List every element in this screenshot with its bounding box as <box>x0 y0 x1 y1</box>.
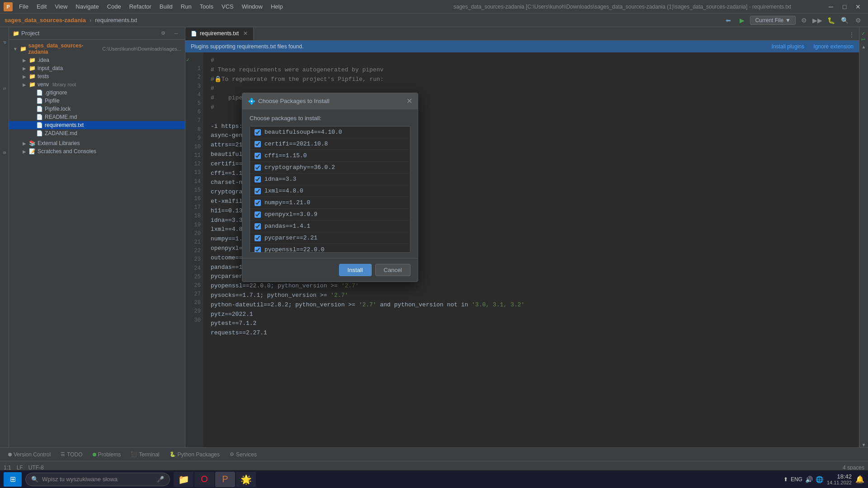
menu-view[interactable]: View <box>51 2 71 11</box>
cancel-button[interactable]: Cancel <box>375 264 410 276</box>
modal-title: Choose Packages to Install <box>258 98 406 104</box>
tree-item-gitignore[interactable]: ▶ 📄 .gitignore <box>9 89 185 97</box>
package-item[interactable]: certifi==2021.10.8 <box>250 138 410 150</box>
scroll-up-icon[interactable]: ▲ <box>862 44 866 49</box>
project-activity-icon[interactable]: P <box>0 29 9 56</box>
volume-icon[interactable]: 🔊 <box>805 476 813 483</box>
taskbar-pycharm[interactable]: P <box>215 472 235 487</box>
tree-item-external-libraries[interactable]: ▶ 📚 External Libraries <box>9 139 185 147</box>
menu-navigate[interactable]: Navigate <box>72 2 102 11</box>
taskbar-explorer[interactable]: 📁 <box>174 472 193 487</box>
tree-item-readme[interactable]: ▶ 📄 README.md <box>9 113 185 121</box>
editor-more-icon[interactable]: ⋮ <box>846 29 857 40</box>
package-item[interactable]: beautifulsoup4==4.10.0 <box>250 127 410 138</box>
project-panel-settings[interactable]: ⚙ <box>158 28 169 39</box>
vc-label: Version Control <box>14 451 51 458</box>
run-icon[interactable]: ▶ <box>736 15 747 26</box>
tree-item-requirements[interactable]: ▶ 📄 requirements.txt <box>9 121 185 129</box>
package-item[interactable]: openpyxl==3.0.9 <box>250 209 410 221</box>
minimize-button[interactable]: ─ <box>825 2 837 11</box>
package-checkbox[interactable] <box>255 247 261 253</box>
package-checkbox[interactable] <box>255 223 261 230</box>
tab-python-packages[interactable]: 🐍 Python Packages <box>165 450 224 459</box>
packages-list: beautifulsoup4==4.10.0certifi==2021.10.8… <box>250 126 410 253</box>
modal-body: Choose packages to install: beautifulsou… <box>242 109 418 258</box>
tab-requirements[interactable]: 📄 requirements.txt ✕ <box>185 28 254 40</box>
python-icon: 🐍 <box>170 451 176 457</box>
tab-close-icon[interactable]: ✕ <box>243 30 248 37</box>
close-button[interactable]: ✕ <box>852 2 864 11</box>
menu-edit[interactable]: Edit <box>33 2 50 11</box>
package-checkbox[interactable] <box>255 141 261 147</box>
package-checkbox[interactable] <box>255 211 261 218</box>
install-button[interactable]: Install <box>339 264 372 276</box>
package-checkbox[interactable] <box>255 188 261 194</box>
package-item[interactable]: idna==3.3 <box>250 174 410 185</box>
taskbar-search[interactable]: 🔍 Wpisz tu wyszukiwane słowa 🎤 <box>25 473 170 486</box>
package-item[interactable]: pandas==1.4.1 <box>250 221 410 232</box>
structure-icon[interactable]: S <box>0 75 9 102</box>
ignore-extension-link[interactable]: Ignore extension <box>813 43 854 50</box>
package-checkbox[interactable] <box>255 235 261 241</box>
project-panel-close[interactable]: ─ <box>170 28 181 39</box>
toolbar-icon-4[interactable]: 🔍 <box>839 15 850 26</box>
network-icon[interactable]: 🌐 <box>816 476 823 483</box>
package-checkbox[interactable] <box>255 129 261 136</box>
menu-window[interactable]: Window <box>238 2 266 11</box>
bookmarks-icon[interactable]: B <box>0 139 9 166</box>
toolbar-icon-2[interactable]: ▶▶ <box>812 15 823 26</box>
tree-item-zadanie[interactable]: ▶ 📄 ZADANIE.md <box>9 129 185 137</box>
menu-file[interactable]: File <box>15 2 32 11</box>
package-item[interactable]: lxml==4.8.0 <box>250 185 410 197</box>
package-checkbox[interactable] <box>255 153 261 159</box>
package-checkbox[interactable] <box>255 200 261 206</box>
tree-item-venv[interactable]: ▶ 📁 venv library root <box>9 80 185 89</box>
menu-bar: File Edit View Navigate Code Refactor Bu… <box>15 2 420 11</box>
notification-bell[interactable]: 🔔 <box>855 475 864 483</box>
tree-item-pipfile[interactable]: ▶ 📄 Pipfile <box>9 97 185 105</box>
tab-terminal[interactable]: ⬛ Terminal <box>126 450 164 459</box>
maximize-button[interactable]: □ <box>838 2 851 11</box>
scratches-name: Scratches and Consoles <box>38 148 96 155</box>
package-item[interactable]: cffi==1.15.0 <box>250 150 410 162</box>
tab-todo[interactable]: ☰ TODO <box>56 450 87 459</box>
menu-code[interactable]: Code <box>104 2 125 11</box>
menu-build[interactable]: Build <box>156 2 176 11</box>
tree-item-tests[interactable]: ▶ 📁 tests <box>9 72 185 80</box>
install-plugins-link[interactable]: Install plugins <box>772 43 805 50</box>
tree-item-idea[interactable]: ▶ 📁 .idea <box>9 56 185 64</box>
toolbar-icon-1[interactable]: ⚙ <box>798 15 809 26</box>
package-checkbox[interactable] <box>255 164 261 171</box>
tree-item-scratches[interactable]: ▶ 📝 Scratches and Consoles <box>9 147 185 155</box>
menu-help[interactable]: Help <box>267 2 287 11</box>
package-name: cffi==1.15.0 <box>264 152 307 159</box>
package-checkbox[interactable] <box>255 176 261 183</box>
file-icon-pipfilelock: 📄 <box>36 106 43 112</box>
root-name: sages_data_sources-zadania <box>28 42 101 55</box>
services-label: Services <box>236 451 257 458</box>
taskbar-other[interactable]: 🌟 <box>236 472 256 487</box>
package-item[interactable]: pycparser==2.21 <box>250 232 410 244</box>
menu-vcs[interactable]: VCS <box>218 2 237 11</box>
tab-version-control[interactable]: Version Control <box>4 450 55 459</box>
tree-root-item[interactable]: ▼ 📁 sages_data_sources-zadania C:\Users\… <box>9 42 185 56</box>
modal-close-button[interactable]: ✕ <box>406 97 412 105</box>
package-item[interactable]: pyopenssl==22.0.0 <box>250 244 410 253</box>
tab-services[interactable]: ⚙ Services <box>225 450 261 459</box>
package-item[interactable]: cryptography==36.0.2 <box>250 162 410 174</box>
tree-item-input-data[interactable]: ▶ 📁 input_data <box>9 64 185 72</box>
start-button[interactable]: ⊞ <box>4 472 22 487</box>
back-icon[interactable]: ⬅ <box>723 15 734 26</box>
scroll-down-icon[interactable]: ▼ <box>862 442 866 447</box>
package-item[interactable]: numpy==1.21.0 <box>250 197 410 209</box>
taskbar-opera[interactable]: O <box>194 472 214 487</box>
current-file-button[interactable]: Current File ▼ <box>750 16 796 25</box>
menu-run[interactable]: Run <box>177 2 195 11</box>
clock-area[interactable]: 18:42 14.11.2022 <box>827 473 852 485</box>
toolbar-icon-3[interactable]: 🐛 <box>826 15 836 26</box>
tab-problems[interactable]: Problems <box>88 450 126 459</box>
menu-refactor[interactable]: Refactor <box>126 2 155 11</box>
search-everywhere-icon[interactable]: ⚙ <box>853 15 863 26</box>
menu-tools[interactable]: Tools <box>196 2 217 11</box>
tree-item-pipfilelock[interactable]: ▶ 📄 Pipfile.lock <box>9 105 185 113</box>
